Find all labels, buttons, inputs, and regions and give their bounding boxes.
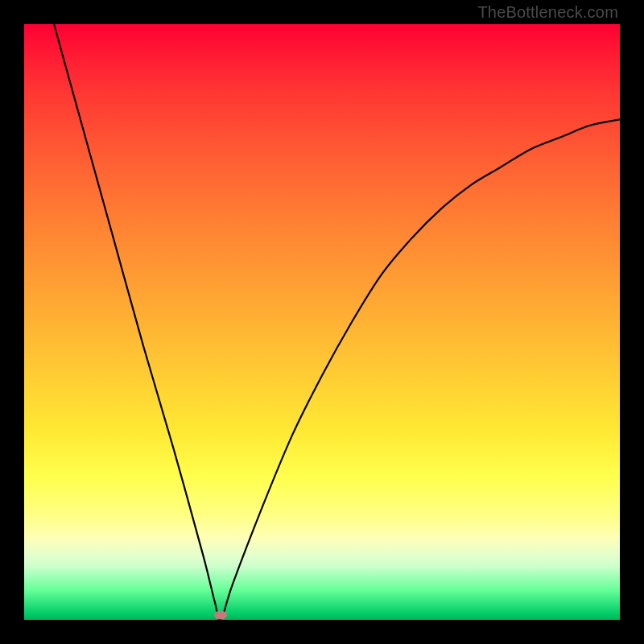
minimum-marker xyxy=(214,611,227,620)
chart-frame: TheBottleneck.com xyxy=(0,0,644,644)
watermark-text: TheBottleneck.com xyxy=(477,3,618,22)
bottleneck-curve xyxy=(24,24,620,620)
plot-area xyxy=(24,24,620,620)
